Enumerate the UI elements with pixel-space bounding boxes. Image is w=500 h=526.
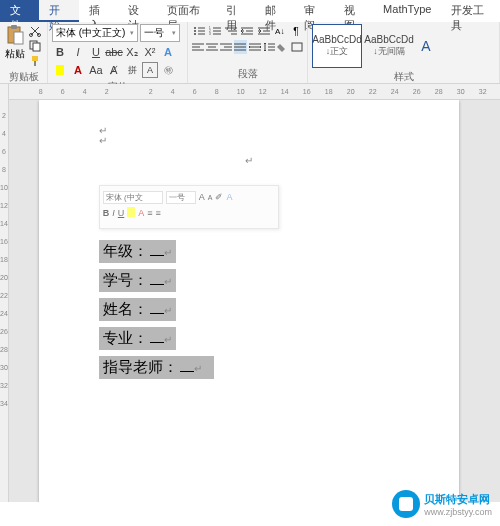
svg-point-9 [194, 27, 196, 29]
copy-icon [29, 40, 41, 52]
tab-references[interactable]: 引用 [216, 0, 255, 22]
paste-icon [5, 24, 25, 46]
font-name-select[interactable]: 宋体 (中文正文)▾ [52, 24, 138, 42]
mini-font-select[interactable]: 宋体 (中文 [103, 191, 163, 204]
mini-bullets-button[interactable]: ≡ [147, 208, 152, 218]
mini-size-select[interactable]: 一号 [166, 191, 196, 204]
font-size-select[interactable]: 一号▾ [140, 24, 180, 42]
mini-grow-button[interactable]: A [199, 192, 205, 202]
bullets-button[interactable] [192, 24, 206, 38]
paragraph-mark: ↵ [99, 135, 107, 146]
paste-button[interactable]: 粘贴 [5, 24, 25, 68]
field-advisor[interactable]: 指导老师：↵ [99, 356, 214, 379]
copy-button[interactable] [27, 39, 43, 53]
indent-dec-button[interactable] [240, 24, 254, 38]
superscript-button[interactable]: X² [142, 44, 158, 60]
indent-inc-button[interactable] [257, 24, 271, 38]
mini-highlight-button[interactable] [127, 207, 135, 219]
style-nospacing[interactable]: AaBbCcDd ↓无间隔 [364, 24, 414, 68]
change-case-button[interactable]: Aa [88, 62, 104, 78]
tab-mail[interactable]: 邮件 [255, 0, 294, 22]
cut-button[interactable] [27, 24, 43, 38]
watermark: 贝斯特安卓网 www.zjbstyy.com [392, 490, 492, 518]
mini-numbering-button[interactable]: ≡ [156, 208, 161, 218]
clear-format-button[interactable]: A̸ [106, 62, 122, 78]
numbering-button[interactable]: 123 [208, 24, 222, 38]
tab-layout[interactable]: 页面布局 [157, 0, 216, 22]
style-normal[interactable]: AaBbCcDd ↓正文 [312, 24, 362, 68]
line-spacing-button[interactable] [263, 40, 275, 54]
field-name[interactable]: 姓名：↵ [99, 298, 176, 321]
line-spacing-icon [263, 42, 275, 52]
align-right-button[interactable] [220, 40, 232, 54]
shading-button[interactable] [277, 40, 289, 54]
tab-review[interactable]: 审阅 [294, 0, 333, 22]
strike-button[interactable]: abc [106, 44, 122, 60]
tab-insert[interactable]: 插入 [79, 0, 118, 22]
align-justify-button[interactable] [234, 40, 246, 54]
group-clipboard: 粘贴 剪贴板 [0, 22, 48, 83]
tab-design[interactable]: 设计 [118, 0, 157, 22]
align-right-icon [220, 42, 232, 52]
italic-button[interactable]: I [70, 44, 86, 60]
group-paragraph: 123 A↓ ¶ 段落 [188, 22, 308, 83]
sort-button[interactable]: A↓ [273, 24, 287, 38]
distribute-icon [249, 42, 261, 52]
paragraph-mark: ↵ [245, 155, 253, 166]
style-name: ↓无间隔 [373, 45, 405, 58]
align-left-icon [192, 42, 204, 52]
page-container[interactable]: ↵ ↵ ↵ 宋体 (中文 一号 A A ✐ A B I U [9, 100, 500, 502]
show-marks-button[interactable]: ¶ [289, 24, 303, 38]
tab-home[interactable]: 开始 [39, 0, 78, 22]
styles-group-label: 样式 [312, 68, 495, 84]
field-major[interactable]: 专业：↵ [99, 327, 176, 350]
svg-text:3: 3 [209, 32, 211, 36]
list-icon [193, 26, 205, 36]
subscript-button[interactable]: X₂ [124, 44, 140, 60]
format-painter-button[interactable] [27, 54, 43, 68]
svg-rect-8 [34, 61, 36, 66]
font-color-button[interactable]: A [70, 62, 86, 78]
align-center-button[interactable] [206, 40, 218, 54]
align-left-button[interactable] [192, 40, 204, 54]
document-area: 246810121416182022242628303234 864224681… [0, 84, 500, 502]
mini-italic-button[interactable]: I [112, 208, 115, 218]
char-border-button[interactable]: A [142, 62, 158, 78]
mini-underline-button[interactable]: U [118, 208, 125, 218]
text-effects-button[interactable]: A [160, 44, 176, 60]
field-grade[interactable]: 年级：↵ [99, 240, 176, 263]
borders-button[interactable] [291, 40, 303, 54]
tab-dev[interactable]: 开发工具 [441, 0, 500, 22]
vertical-ruler[interactable]: 246810121416182022242628303234 [0, 84, 9, 502]
watermark-url: www.zjbstyy.com [424, 507, 492, 517]
mini-color-button[interactable]: A [138, 208, 144, 218]
distribute-button[interactable] [249, 40, 261, 54]
style-heading1[interactable]: A [416, 24, 436, 68]
tab-view[interactable]: 视图 [334, 0, 373, 22]
brush-icon [29, 55, 41, 67]
multilevel-button[interactable] [224, 24, 238, 38]
clipboard-label: 剪贴板 [4, 68, 43, 84]
bold-button[interactable]: B [52, 44, 68, 60]
outdent-icon [241, 26, 253, 36]
page[interactable]: ↵ ↵ ↵ 宋体 (中文 一号 A A ✐ A B I U [39, 100, 459, 502]
field-id[interactable]: 学号：↵ [99, 269, 176, 292]
enclose-button[interactable]: ㊕ [160, 62, 176, 78]
align-center-icon [206, 42, 218, 52]
mini-format-painter-button[interactable]: ✐ [215, 192, 223, 202]
horizontal-ruler[interactable]: 8642246810121416182022242628303234363842… [9, 84, 500, 100]
phonetic-button[interactable]: 拼 [124, 62, 140, 78]
tab-file[interactable]: 文件 [0, 0, 39, 22]
tab-mathtype[interactable]: MathType [373, 0, 441, 22]
highlight-icon [127, 207, 135, 217]
form-fields: 年级：↵ 学号：↵ 姓名：↵ 专业：↵ 指导老师：↵ [99, 240, 214, 385]
mini-bold-button[interactable]: B [103, 208, 110, 218]
group-styles: AaBbCcDd ↓正文 AaBbCcDd ↓无间隔 A 样式 [308, 22, 500, 83]
paragraph-group-label: 段落 [192, 65, 303, 81]
svg-rect-7 [32, 56, 38, 61]
highlight-button[interactable] [52, 62, 68, 78]
mini-shrink-button[interactable]: A [208, 194, 213, 201]
svg-point-11 [194, 30, 196, 32]
mini-styles-button[interactable]: A [226, 192, 232, 202]
underline-button[interactable]: U [88, 44, 104, 60]
